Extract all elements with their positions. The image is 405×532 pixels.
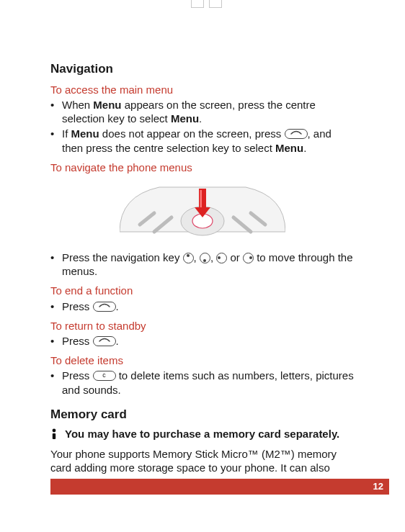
list-end-function: Press . [50,299,355,313]
list-item: Press . [50,334,355,348]
text: , [210,251,216,263]
bold-menu: Menu [93,99,121,111]
list-item: Press . [50,299,355,313]
list-access-main: When Menu appears on the screen, press t… [50,98,355,155]
note-memory-card: You may have to purchase a memory card s… [50,427,355,443]
svg-rect-8 [200,190,202,207]
list-item: When Menu appears on the screen, press t… [50,98,355,125]
subhead-navigate-menus: To navigate the phone menus [50,161,355,174]
bold-menu: Menu [71,127,99,140]
heading-memory-card: Memory card [50,407,355,423]
end-call-key-icon [285,129,308,139]
crop-mark [191,0,204,8]
phone-keypad-illustration [50,181,355,242]
page-footer: 12 [50,479,389,495]
text: Press the navigation key [62,251,183,263]
nav-up-icon [183,253,194,263]
text: does not appear on the screen, press [99,127,285,140]
text: When [62,99,93,111]
bold-menu: Menu [171,112,199,125]
list-item: Press c to delete items such as numbers,… [50,369,355,396]
page-content: Navigation To access the main menu When … [50,61,355,460]
c-key-icon: c [93,371,116,381]
nav-down-icon [200,253,210,263]
text: . [116,300,119,312]
list-item: Press the navigation key , , or to move … [50,251,355,278]
list-delete-items: Press c to delete items such as numbers,… [50,369,355,396]
crop-mark [209,0,222,8]
text: . [199,112,202,125]
subhead-delete-items: To delete items [50,353,355,367]
list-item: If Menu does not appear on the screen, p… [50,127,355,154]
list-navigate: Press the navigation key , , or to move … [50,251,355,278]
text: Press [62,369,93,382]
info-icon [50,427,59,443]
text: , [194,251,200,263]
nav-right-icon [243,253,254,263]
subhead-access-main-menu: To access the main menu [50,83,355,96]
end-call-key-icon [93,336,116,346]
svg-rect-10 [53,433,55,439]
text: Press [62,300,93,312]
subhead-end-function: To end a function [50,284,355,297]
text: If [62,127,71,140]
list-return-standby: Press . [50,334,355,348]
nav-left-icon [216,253,227,263]
text: . [116,335,119,347]
text: . [303,142,306,154]
c-key-label: c [102,371,106,379]
body-text-memory-card: Your phone supports Memory Stick Micro™ … [50,447,355,474]
text: or [227,251,243,263]
end-call-key-icon [93,302,116,312]
note-text: You may have to purchase a memory card s… [65,427,339,441]
heading-navigation: Navigation [50,61,355,77]
bold-menu: Menu [275,142,303,154]
svg-point-9 [53,428,56,432]
text: Press [62,335,93,347]
page-number: 12 [373,479,383,495]
subhead-return-standby: To return to standby [50,319,355,333]
